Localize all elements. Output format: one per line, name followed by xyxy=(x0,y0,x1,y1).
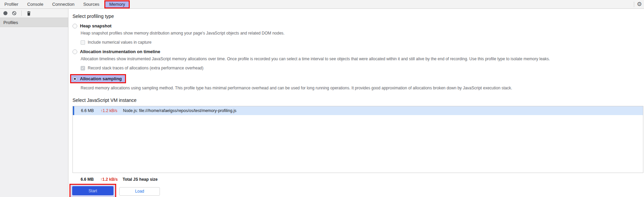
radio-label: Allocation instrumentation on timeline xyxy=(80,49,160,54)
toolbar-divider xyxy=(634,2,634,7)
load-button[interactable]: Load xyxy=(119,187,160,196)
content-split: Profiles Select profiling type Heap snap… xyxy=(0,9,644,197)
vm-instance-list[interactable]: 6.6 MB ↑1.2 kB/s Node.js: file:///home/r… xyxy=(72,106,643,173)
start-button-annotation-box: Start xyxy=(69,184,116,197)
total-heap-size: 6.6 MB xyxy=(81,177,100,182)
profiles-list-empty xyxy=(0,27,68,197)
checkbox-icon[interactable] xyxy=(81,66,85,70)
profiling-type-heading: Select profiling type xyxy=(72,14,639,19)
tab-profiler[interactable]: Profiler xyxy=(0,0,23,8)
vm-instance-row[interactable]: 6.6 MB ↑1.2 kB/s Node.js: file:///home/r… xyxy=(73,106,643,115)
profiler-toolbar xyxy=(0,9,68,18)
checkbox-include-numerical-values[interactable]: Include numerical values in capture xyxy=(81,40,639,45)
radio-icon[interactable] xyxy=(72,24,77,28)
total-allocation-rate: ↑1.2 kB/s xyxy=(100,177,123,182)
sidebar: Profiles xyxy=(0,9,68,197)
option-description: Allocation timelines show instrumented J… xyxy=(81,57,639,61)
tabbar-right-controls: ⚙ xyxy=(634,0,642,8)
radio-label: Heap snapshot xyxy=(80,23,111,28)
option-description: Heap snapshot profiles show memory distr… xyxy=(81,31,639,36)
total-heap-label: Total JS heap size xyxy=(123,177,158,182)
delete-icon[interactable] xyxy=(26,11,31,16)
checkbox-label: Record stack traces of allocations (extr… xyxy=(88,66,204,70)
clear-icon[interactable] xyxy=(12,11,17,16)
total-heap-row: 6.6 MB ↑1.2 kB/s Total JS heap size xyxy=(72,177,639,182)
radio-label: Allocation sampling xyxy=(80,76,122,81)
memory-panel: Select profiling type Heap snapshot Heap… xyxy=(68,9,644,197)
tab-bar: Profiler Console Connection Sources Memo… xyxy=(0,0,644,9)
radio-icon[interactable] xyxy=(72,49,77,54)
settings-gear-icon[interactable]: ⚙ xyxy=(637,1,642,7)
radio-allocation-instrumentation[interactable]: Allocation instrumentation on timeline xyxy=(72,49,639,54)
checkbox-record-stack-traces[interactable]: Record stack traces of allocations (extr… xyxy=(81,66,639,70)
profiles-section-header[interactable]: Profiles xyxy=(0,18,68,27)
vm-instance-heading: Select JavaScript VM instance xyxy=(72,97,639,103)
tab-sources[interactable]: Sources xyxy=(79,0,104,8)
toolbar-divider xyxy=(21,10,22,16)
tab-memory-annotation-box[interactable]: Memory xyxy=(104,0,130,8)
option-description: Record memory allocations using sampling… xyxy=(81,86,639,90)
tab-console[interactable]: Console xyxy=(23,0,48,8)
allocation-sampling-annotation-box: Allocation sampling xyxy=(70,74,126,83)
devtools-window: Profiler Console Connection Sources Memo… xyxy=(0,0,644,197)
checkbox-label: Include numerical values in capture xyxy=(88,40,151,45)
radio-allocation-sampling[interactable]: Allocation sampling xyxy=(72,76,122,81)
checkbox-icon[interactable] xyxy=(81,40,85,45)
radio-icon-selected[interactable] xyxy=(72,76,77,81)
action-buttons-row: Start Load xyxy=(69,184,639,197)
record-icon[interactable] xyxy=(3,11,7,15)
tab-memory[interactable]: Memory xyxy=(109,2,125,7)
vm-instance-name: Node.js: file:///home/rafaelgss/repos/os… xyxy=(123,108,236,113)
tab-connection[interactable]: Connection xyxy=(48,0,79,8)
vm-heap-size: 6.6 MB xyxy=(81,108,101,113)
radio-heap-snapshot[interactable]: Heap snapshot xyxy=(72,23,639,28)
start-button[interactable]: Start xyxy=(72,186,113,195)
vm-allocation-rate: ↑1.2 kB/s xyxy=(101,108,123,113)
